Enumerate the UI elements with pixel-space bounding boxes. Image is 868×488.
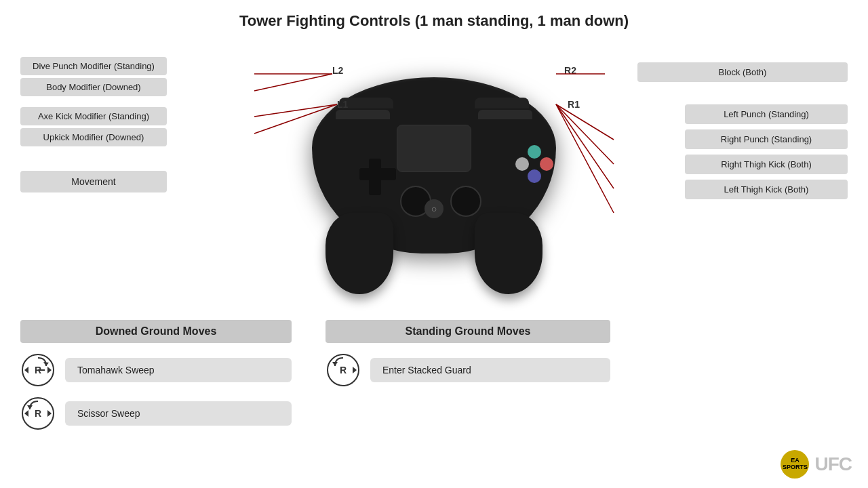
downed-header: Downed Ground Moves <box>20 320 292 343</box>
stacked-guard-row: R Enter Stacked Guard <box>326 352 610 388</box>
controller-section: Dive Punch Modifier (Standing) Body Modi… <box>0 37 868 321</box>
svg-text:R: R <box>340 365 347 375</box>
bottom-section: Downed Ground Moves R <box>0 312 868 488</box>
joystick-left-up-icon: R <box>326 352 361 388</box>
block-label: Block (Both) <box>637 62 848 82</box>
svg-marker-11 <box>24 367 28 373</box>
l2-bump-label: L2 <box>332 65 343 76</box>
svg-marker-22 <box>332 362 338 366</box>
circle-button <box>540 157 553 171</box>
svg-marker-23 <box>353 367 357 373</box>
grip-left <box>326 213 393 294</box>
controller-image: ○ <box>298 43 570 287</box>
downed-section: Downed Ground Moves R <box>0 312 312 488</box>
shoulder-r1 <box>478 110 532 119</box>
standing-header: Standing Ground Moves <box>326 320 610 343</box>
svg-marker-18 <box>47 410 52 417</box>
left-thigh-kick-label: Left Thigh Kick (Both) <box>685 180 848 199</box>
body-modifier-label: Body Modifier (Downed) <box>20 78 167 96</box>
svg-marker-17 <box>24 410 28 417</box>
ufc-logo: UFC <box>814 453 852 475</box>
joystick-left-down-icon: R <box>20 396 56 431</box>
l1-label-group: Axe Kick Modifier (Standing) Upkick Modi… <box>20 107 167 146</box>
ps-logo: ○ <box>425 199 443 218</box>
svg-marker-19 <box>27 405 33 409</box>
shoulder-l1 <box>336 110 390 119</box>
left-punch-label: Left Punch (Standing) <box>685 104 848 124</box>
l1-bump-label: L1 <box>337 99 348 110</box>
analog-right <box>450 186 481 217</box>
svg-marker-14 <box>43 362 49 366</box>
page-title: Tower Fighting Controls (1 man standing,… <box>0 0 868 37</box>
shoulder-r2 <box>475 98 529 108</box>
upkick-modifier-label: Upkick Modifier (Downed) <box>20 128 167 146</box>
scissor-row: R Scissor Sweep <box>20 396 292 431</box>
movement-label: Movement <box>20 171 167 192</box>
square-button <box>515 157 529 171</box>
ea-sports-logo: EA SPORTS <box>781 450 809 479</box>
left-labels: Dive Punch Modifier (Standing) Body Modi… <box>20 57 167 192</box>
r1-bump-label: R1 <box>568 99 580 110</box>
tomahawk-row: R Tomahawk Sweep <box>20 352 292 388</box>
logo-area: EA SPORTS UFC <box>781 450 852 479</box>
grip-right <box>475 213 542 294</box>
svg-marker-13 <box>47 367 52 373</box>
right-thigh-kick-label: Right Thigh Kick (Both) <box>685 155 848 174</box>
stacked-guard-label: Enter Stacked Guard <box>370 358 610 382</box>
right-punch-label: Right Punch (Standing) <box>685 129 848 149</box>
triangle-button <box>528 145 541 159</box>
touchpad <box>397 125 471 172</box>
l2-label-group: Dive Punch Modifier (Standing) Body Modi… <box>20 57 167 96</box>
right-labels: Left Punch (Standing) Right Punch (Stand… <box>685 104 848 199</box>
tomahawk-label: Tomahawk Sweep <box>65 358 292 382</box>
svg-text:R: R <box>35 408 41 419</box>
r2-bump-label: R2 <box>564 65 576 76</box>
axe-kick-label: Axe Kick Modifier (Standing) <box>20 107 167 125</box>
cross-button <box>528 169 541 183</box>
standing-section: Standing Ground Moves R Enter Stacked Gu… <box>312 312 624 488</box>
joystick-left-right-icon: R <box>20 352 56 388</box>
scissor-label: Scissor Sweep <box>65 401 292 426</box>
controller-body: ○ <box>312 77 556 253</box>
dive-punch-label: Dive Punch Modifier (Standing) <box>20 57 167 75</box>
